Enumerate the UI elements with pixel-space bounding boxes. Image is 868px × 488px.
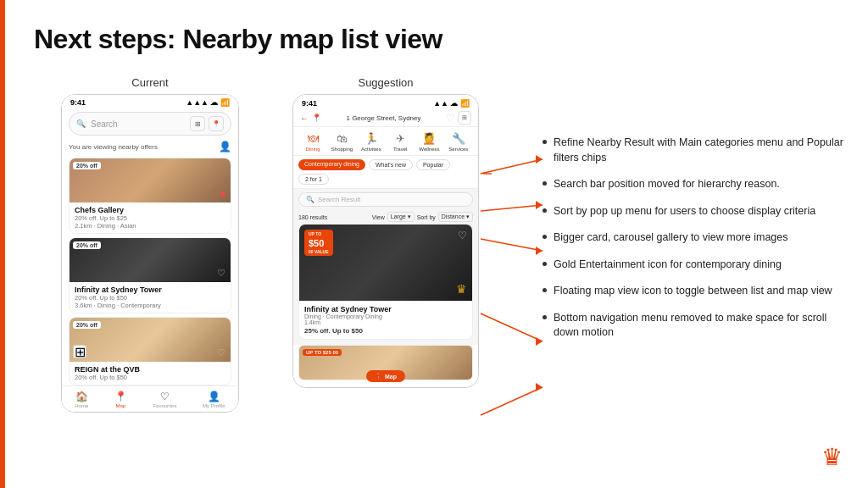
services-icon: 🔧: [452, 132, 465, 145]
view-label: View: [372, 214, 385, 220]
svg-line-0: [481, 159, 542, 174]
suggestion-phone-section: Suggestion 9:41 ▲▲ ☁ 📶 ← 📍 1 George Stre…: [292, 76, 479, 388]
nearby-text: You are viewing nearby offers 👤: [62, 139, 238, 154]
results-bar: 180 results View Large ▾ Sort by Distanc…: [293, 210, 478, 224]
card-3-info: REIGN at the QVB 20% off. Up to $50: [70, 362, 231, 385]
cat-services[interactable]: 🔧 Services: [444, 132, 473, 152]
dining-icon: 🍽: [308, 132, 319, 145]
nav-profile[interactable]: 👤 My Profile: [203, 391, 225, 408]
filter-popular[interactable]: Popular: [416, 159, 450, 170]
sug-card-discount: 25% off. Up to $50: [304, 327, 467, 335]
sug-search-bar[interactable]: 🔍 Search Result: [298, 192, 473, 207]
bullet-1-dot: [542, 140, 547, 144]
current-card-1[interactable]: 20% off ♥ Chefs Gallery 20% off. Up to $…: [69, 158, 231, 234]
sug-search-icon: 🔍: [306, 196, 314, 203]
card-3-sub1: 20% off. Up to $50: [75, 374, 225, 381]
cat-wellness[interactable]: 💆 Wellness: [415, 132, 443, 152]
profile-icon: 👤: [219, 141, 231, 152]
bullet-4: Bigger card, carousel gallery to view mo…: [542, 230, 848, 246]
card-2-info: Infinity at Sydney Tower 20% off. Up to …: [70, 282, 231, 313]
bullet-3: Sort by pop up menu for users to choose …: [542, 204, 848, 219]
card-2-sub1: 20% off. Up to $50: [75, 294, 225, 302]
current-card-2[interactable]: 20% off ♡ Infinity at Sydney Tower 20% o…: [69, 237, 231, 313]
sug-card-distance: 1.4km: [304, 319, 467, 325]
current-search-bar[interactable]: 🔍 Search ⊞ 📍: [69, 112, 231, 136]
sug-card-name: Infinity at Sydney Tower: [304, 305, 467, 313]
card-2-heart[interactable]: ♡: [217, 268, 225, 279]
filter-2for1[interactable]: 2 for 1: [298, 174, 329, 185]
bullet-5-text: Gold Entertainment icon for contemporary…: [554, 258, 782, 273]
wellness-icon: 💆: [422, 132, 436, 145]
sug-time: 9:41: [302, 99, 317, 108]
current-bottom-nav: 🏠 Home 📍 Map ♡ Favourites 👤 My Profile: [62, 385, 238, 412]
card-2-badge: 20% off: [73, 241, 101, 249]
cat-activities-label: Activities: [361, 147, 381, 152]
sug-signal: ▲▲ ☁ 📶: [433, 99, 470, 108]
sug-location-bar: ← 📍 1 George Street, Sydney ♡ ⊞: [293, 109, 478, 127]
back-icon[interactable]: ←: [300, 114, 309, 123]
bullet-2-dot: [542, 181, 547, 186]
sug-main-card[interactable]: UP TO $50 00 VALUE ♡ ♛ Infinity at Sydne…: [298, 224, 473, 340]
cat-travel[interactable]: ✈ Travel: [386, 132, 415, 152]
sug-card-heart[interactable]: ♡: [458, 230, 467, 241]
cat-dining[interactable]: 🍽 Dining: [298, 132, 327, 152]
location-text: 1 George Street, Sydney: [325, 114, 442, 122]
svg-line-9: [481, 387, 542, 415]
filter-contemporary[interactable]: Contemporary dining: [298, 159, 365, 170]
map-fab-icon: 📍: [375, 373, 382, 380]
nav-map[interactable]: 📍 Map: [114, 391, 127, 408]
current-card-3[interactable]: 20% off ♡ ⊞ REIGN at the QVB 20% off. Up…: [69, 317, 231, 385]
bullet-5: Gold Entertainment icon for contemporary…: [542, 258, 848, 273]
bullet-7-text: Bottom navigation menu removed to make s…: [554, 311, 848, 341]
suggestion-phone-frame: 9:41 ▲▲ ☁ 📶 ← 📍 1 George Street, Sydney …: [292, 94, 479, 388]
card-1-sub1: 20% off. Up to $25: [75, 214, 225, 222]
filter-icon-box[interactable]: ⊞: [190, 116, 205, 131]
nav-home[interactable]: 🏠 Home: [75, 391, 88, 408]
view-size-button[interactable]: Large ▾: [387, 212, 415, 222]
map-icon-box[interactable]: 📍: [209, 116, 224, 131]
card-3-heart[interactable]: ♡: [217, 347, 225, 358]
current-phone-frame: 9:41 ▲▲▲ ☁ 📶 🔍 Search ⊞ 📍 You are viewin…: [61, 94, 239, 413]
map-fab-label: Map: [385, 374, 397, 380]
cat-services-label: Services: [448, 147, 468, 152]
card-2-name: Infinity at Sydney Tower: [75, 286, 225, 294]
bullet-7: Bottom navigation menu removed to make s…: [542, 311, 848, 341]
card-1-badge: 20% off: [73, 162, 101, 169]
card-1-heart[interactable]: ♥: [220, 189, 225, 199]
gold-entertainment-icon: ♛: [456, 282, 467, 296]
svg-marker-8: [536, 337, 542, 346]
sug-status-bar: 9:41 ▲▲ ☁ 📶: [293, 95, 478, 109]
view-controls: View Large ▾ Sort by Distance ▾: [372, 212, 473, 222]
bullet-6-dot: [542, 288, 547, 292]
sort-button[interactable]: Distance ▾: [438, 212, 473, 222]
filter-whatsnew[interactable]: What's new: [369, 159, 413, 170]
bullet-6-text: Floating map view icon to toggle between…: [554, 284, 832, 299]
location-heart[interactable]: ♡: [446, 113, 454, 124]
results-count: 180 results: [298, 214, 327, 220]
categories-bar: 🍽 Dining 🛍 Shopping 🏃 Activities ✈ Trave…: [293, 127, 478, 156]
status-time: 9:41: [70, 98, 86, 107]
filter-chips-bar: Contemporary dining What's new Popular 2…: [293, 156, 478, 189]
map-fab-button[interactable]: 📍 Map: [366, 370, 405, 382]
svg-line-3: [481, 205, 542, 211]
card-3-name: REIGN at the QVB: [75, 365, 225, 374]
bullet-2: Search bar position moved for hierarchy …: [542, 177, 848, 192]
shopping-icon: 🛍: [337, 132, 348, 145]
svg-line-5: [481, 239, 542, 251]
cat-wellness-label: Wellness: [419, 147, 439, 152]
cat-activities[interactable]: 🏃 Activities: [357, 132, 386, 152]
sug-search-placeholder: Search Result: [318, 196, 360, 203]
sortby-label: Sort by: [417, 214, 436, 220]
sug-card-badge: UP TO $50 00 VALUE: [304, 230, 333, 256]
search-action-icons: ⊞ 📍: [190, 116, 224, 131]
card-2-image: 20% off ♡: [70, 238, 231, 282]
svg-marker-1: [536, 155, 542, 164]
nav-favourites[interactable]: ♡ Favourites: [153, 391, 176, 408]
search-input-text: Search: [91, 119, 185, 129]
bullet-6: Floating map view icon to toggle between…: [542, 284, 848, 299]
svg-marker-10: [536, 383, 542, 391]
bullet-5-dot: [542, 262, 547, 266]
location-more-icon[interactable]: ⊞: [458, 111, 471, 125]
cat-shopping[interactable]: 🛍 Shopping: [327, 132, 356, 152]
qr-icon: ⊞: [73, 345, 86, 358]
